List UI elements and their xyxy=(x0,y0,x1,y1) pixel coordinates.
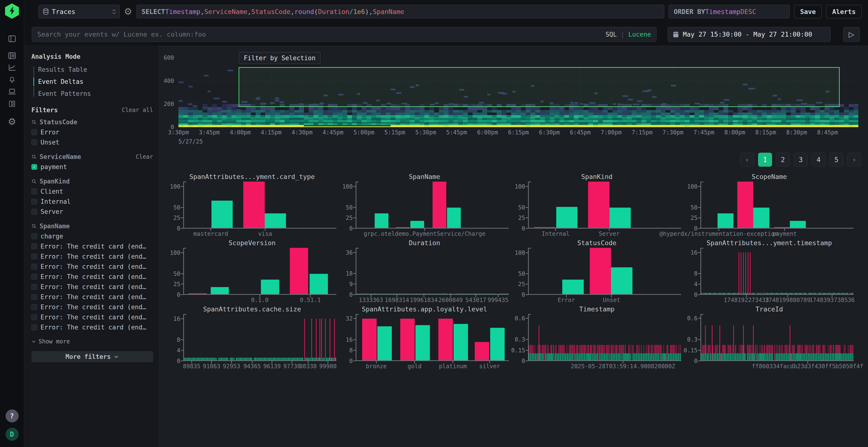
status_code-bar[interactable] xyxy=(611,267,632,294)
settings-gear-icon[interactable]: ⚙ xyxy=(8,117,16,126)
clear-all-filters-button[interactable]: Clear all xyxy=(122,107,153,113)
checkbox[interactable] xyxy=(31,188,37,194)
lucene-mode-toggle[interactable]: Lucene xyxy=(628,31,651,38)
source-select[interactable]: Traces xyxy=(38,5,120,18)
loyalty_level-bar[interactable] xyxy=(490,328,505,360)
selection-rectangle[interactable] xyxy=(239,67,839,107)
filter-option[interactable]: Error xyxy=(31,129,153,136)
loyalty_level-bar[interactable] xyxy=(400,319,415,360)
filter-option[interactable]: Error: The credit card (end… xyxy=(31,253,153,260)
filter-option[interactable]: Client xyxy=(31,188,153,195)
more-filters-button[interactable]: More filters xyxy=(31,351,153,362)
analysis-mode-option[interactable]: Event Deltas xyxy=(38,78,153,85)
loyalty_level-bar[interactable] xyxy=(377,326,392,360)
analysis-mode-option[interactable]: Results Table xyxy=(38,66,153,73)
search-logs-icon[interactable] xyxy=(8,52,16,59)
run-query-button[interactable]: ▷ xyxy=(843,27,860,42)
checkbox[interactable] xyxy=(31,253,37,260)
pagination-page-button[interactable]: 1 xyxy=(758,153,772,167)
pagination-page-button[interactable]: 3 xyxy=(794,153,808,167)
select-clause-input[interactable]: SELECT Timestamp,ServiceName,StatusCode,… xyxy=(136,5,664,18)
checkbox[interactable] xyxy=(31,139,37,145)
filter-option[interactable]: charge xyxy=(31,233,153,240)
time-range-picker[interactable]: May 27 15:30:00 - May 27 21:00:00 xyxy=(668,27,831,42)
scope_version-bar[interactable] xyxy=(211,287,229,294)
timeline-heatmap-plot[interactable] xyxy=(179,56,858,127)
span_name-bar[interactable] xyxy=(433,182,446,228)
loyalty_level-bar[interactable] xyxy=(454,324,468,360)
help-button[interactable]: ? xyxy=(5,409,19,422)
chart-icon[interactable] xyxy=(8,64,16,71)
filter-option[interactable]: Error: The credit card (end… xyxy=(31,243,153,250)
pagination-prev-button[interactable]: ‹ xyxy=(740,153,754,167)
status_code-bar[interactable] xyxy=(562,280,584,294)
filter-option[interactable]: Error: The credit card (end… xyxy=(31,273,153,280)
filter-option[interactable]: Unset xyxy=(31,139,153,146)
alerts-bell-icon[interactable] xyxy=(8,76,16,83)
span_kind-bar[interactable] xyxy=(610,208,631,228)
scope_name-bar[interactable] xyxy=(717,213,734,228)
checkbox[interactable] xyxy=(31,284,37,290)
span_name-bar[interactable] xyxy=(410,221,424,228)
scope_name-bar[interactable] xyxy=(753,208,769,228)
filter-option[interactable]: Error: The credit card (end… xyxy=(31,294,153,301)
user-avatar[interactable]: D xyxy=(5,428,19,441)
filter-option[interactable]: Error: The credit card (end… xyxy=(31,324,153,331)
checkbox[interactable] xyxy=(31,199,37,204)
save-button[interactable]: Save xyxy=(794,5,822,18)
loyalty_level-bar[interactable] xyxy=(475,342,489,360)
source-settings-gear-icon[interactable]: ⚙ xyxy=(124,7,132,16)
span_kind-bar[interactable] xyxy=(588,182,609,228)
scope_name-bar[interactable] xyxy=(774,227,790,228)
pagination-next-button[interactable]: › xyxy=(847,153,861,167)
pagination-page-button[interactable]: 5 xyxy=(830,153,843,167)
scope_name-bar[interactable] xyxy=(737,182,753,228)
analysis-mode-option[interactable]: Event Patterns xyxy=(38,90,153,97)
checkbox[interactable] xyxy=(31,209,37,215)
checkbox[interactable]: ✓ xyxy=(31,164,37,170)
filter-option[interactable]: Error: The credit card (end… xyxy=(31,263,153,270)
card_type-bar[interactable] xyxy=(243,182,265,228)
sql-mode-toggle[interactable]: SQL xyxy=(606,31,617,38)
checkbox[interactable] xyxy=(31,233,37,239)
dashboards-layout-icon[interactable] xyxy=(8,100,16,107)
loyalty_level-bar[interactable] xyxy=(438,319,453,360)
logo-lightning-icon[interactable] xyxy=(5,3,19,19)
checkbox[interactable] xyxy=(31,129,37,135)
checkbox[interactable] xyxy=(31,264,37,270)
pagination-page-button[interactable]: 2 xyxy=(776,153,790,167)
pagination-page-button[interactable]: 4 xyxy=(812,153,826,167)
status_code-bar[interactable] xyxy=(590,248,611,294)
filter-option[interactable]: ✓payment xyxy=(31,163,153,171)
span_name-bar[interactable] xyxy=(447,208,461,228)
filter-option[interactable]: Server xyxy=(31,208,153,215)
show-more-button[interactable]: Show more xyxy=(31,338,153,345)
filter-option[interactable]: Error: The credit card (end… xyxy=(31,283,153,290)
scope_version-bar[interactable] xyxy=(310,274,328,294)
span_kind-bar[interactable] xyxy=(534,227,555,228)
checkbox[interactable] xyxy=(31,304,37,310)
sessions-laptop-icon[interactable] xyxy=(8,88,16,95)
checkbox[interactable] xyxy=(31,314,37,320)
filter-clear-button[interactable]: Clear xyxy=(136,153,153,160)
checkbox[interactable] xyxy=(31,274,37,280)
loyalty_level-bar[interactable] xyxy=(362,319,377,360)
filter-option[interactable]: Error: The credit card (end… xyxy=(31,314,153,321)
scope_name-bar[interactable] xyxy=(790,221,806,228)
loyalty_level-bar[interactable] xyxy=(415,325,430,360)
span_name-bar[interactable] xyxy=(375,213,389,228)
filter-option[interactable]: Internal xyxy=(31,198,153,205)
card_type-bar[interactable] xyxy=(212,201,233,228)
span_kind-bar[interactable] xyxy=(556,207,578,228)
filter-option[interactable]: Error: The credit card (end… xyxy=(31,304,153,311)
card_type-bar[interactable] xyxy=(265,213,286,228)
search-input[interactable]: Search your events w/ Lucene ex. column:… xyxy=(32,27,656,42)
checkbox[interactable] xyxy=(31,294,37,300)
alerts-button[interactable]: Alerts xyxy=(826,5,862,18)
scope_version-bar[interactable] xyxy=(261,280,279,294)
order-by-input[interactable]: ORDER BY Timestamp DESC xyxy=(669,5,789,18)
filter-by-selection-button[interactable]: Filter by Selection xyxy=(239,52,320,64)
scope_version-bar[interactable] xyxy=(290,248,308,294)
scope_version-bar[interactable] xyxy=(189,294,207,294)
checkbox[interactable] xyxy=(31,243,37,249)
